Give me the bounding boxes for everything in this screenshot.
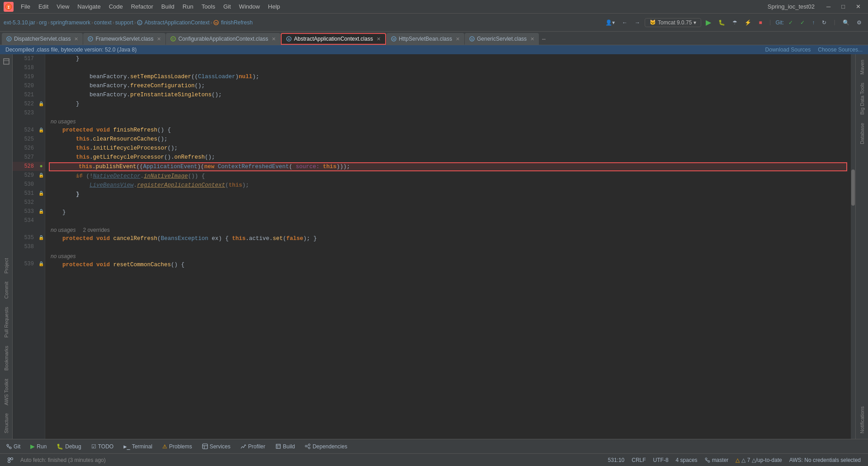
main-content: Project Commit Pull Requests Bookmarks A… <box>0 54 868 439</box>
menu-file[interactable]: File <box>17 2 34 11</box>
menu-run[interactable]: Run <box>179 2 197 11</box>
run-button[interactable]: ▶ <box>703 17 714 28</box>
svg-point-41 <box>708 461 710 462</box>
breadcrumb-framework[interactable]: springframework <box>50 19 90 26</box>
bottom-tab-debug[interactable]: 🐛 Debug <box>52 440 85 453</box>
menu-navigate[interactable]: Navigate <box>74 2 104 11</box>
status-branch[interactable]: master <box>701 454 732 466</box>
tab-generic[interactable]: G GenericServlet.class ✕ <box>465 33 539 45</box>
sidebar-label-structure[interactable]: Structure <box>3 410 10 437</box>
settings-button[interactable]: ⚙ <box>854 18 864 27</box>
meta-no-usages-1: no usages <box>49 118 847 126</box>
menu-window[interactable]: Window <box>236 2 264 11</box>
menu-edit[interactable]: Edit <box>35 2 52 11</box>
sidebar-label-bigdata[interactable]: Big Data Tools <box>859 79 866 118</box>
search-button[interactable]: 🔍 <box>840 18 852 27</box>
git-label: Git: <box>776 19 784 26</box>
coverage-button[interactable]: ☂ <box>730 18 740 27</box>
bottom-tab-terminal[interactable]: ▶_ Terminal <box>119 440 157 453</box>
right-sidebar: Maven Big Data Tools Database Notificati… <box>855 54 868 439</box>
status-position[interactable]: 531:10 <box>604 454 628 466</box>
code-content[interactable]: } beanFactory.setTempClassLoader((ClassL… <box>45 54 851 439</box>
svg-point-36 <box>8 461 10 463</box>
breadcrumb: ext-5.3.10.jar › org › springframework ›… <box>4 19 253 26</box>
line-number-gutter: 517 518 519 520 521 522🔒 523 524🔒 525 52… <box>13 54 45 439</box>
tab-dispatcher[interactable]: D DispatcherServlet.class ✕ <box>2 33 83 45</box>
close-abstract[interactable]: ✕ <box>377 36 381 42</box>
terminal-icon: ▶_ <box>123 443 130 450</box>
run-config-dropdown[interactable]: 🐱 Tomcat 9.0.75 ▾ <box>645 18 701 27</box>
tab-httpservlet[interactable]: H HttpServletBean.class ✕ <box>387 33 464 45</box>
close-framework[interactable]: ✕ <box>157 36 161 42</box>
bottom-tab-profiler[interactable]: Profiler <box>236 440 270 453</box>
tab-framework[interactable]: F FrameworkServlet.class ✕ <box>83 33 165 45</box>
breadcrumb-context[interactable]: context <box>94 19 112 26</box>
window-maximize[interactable]: □ <box>838 2 849 11</box>
tab-abstract[interactable]: A AbstractApplicationContext.class ✕ <box>281 33 386 45</box>
git-check2-button[interactable]: ✓ <box>797 18 807 27</box>
menu-git[interactable]: Git <box>220 2 235 11</box>
window-close[interactable]: ✕ <box>852 2 864 11</box>
menu-tools[interactable]: Tools <box>198 2 219 11</box>
menu-bar: I File Edit View Navigate Code Refactor … <box>0 0 868 14</box>
code-editor[interactable]: 517 518 519 520 521 522🔒 523 524🔒 525 52… <box>13 54 855 439</box>
bottom-tab-dependencies[interactable]: Dependencies <box>300 440 352 453</box>
code-line-533: } <box>49 208 847 217</box>
bottom-tab-git[interactable]: Git <box>2 440 25 453</box>
vertical-scrollbar[interactable] <box>851 54 855 439</box>
download-sources-link[interactable]: Download Sources <box>765 47 811 53</box>
bottom-tab-run[interactable]: ▶ Run <box>26 440 51 453</box>
breadcrumb-jar[interactable]: ext-5.3.10.jar <box>4 19 35 26</box>
breadcrumb-method[interactable]: m finishRefresh <box>213 19 253 26</box>
close-httpservlet[interactable]: ✕ <box>456 36 460 42</box>
menu-build[interactable]: Build <box>158 2 178 11</box>
breadcrumb-org[interactable]: org <box>39 19 47 26</box>
status-git-icon[interactable] <box>4 454 17 466</box>
status-indent[interactable]: 4 spaces <box>672 454 701 466</box>
bottom-tab-build[interactable]: Build <box>271 440 300 453</box>
status-warnings[interactable]: △ △ 7 △/up-to-date <box>732 454 785 466</box>
git-update-button[interactable]: ↻ <box>819 18 829 27</box>
profile-button[interactable]: 👤▾ <box>603 18 618 27</box>
close-dispatcher[interactable]: ✕ <box>74 36 78 42</box>
git-push-button[interactable]: ↑ <box>809 18 817 27</box>
git-check-button[interactable]: ✓ <box>786 18 796 27</box>
sidebar-label-notifications[interactable]: Notifications <box>859 403 866 437</box>
close-configurable[interactable]: ✕ <box>272 36 276 42</box>
sidebar-label-database[interactable]: Database <box>859 119 866 148</box>
status-encoding[interactable]: UTF-8 <box>650 454 672 466</box>
menu-view[interactable]: View <box>53 2 73 11</box>
sidebar-label-pullrequests[interactable]: Pull Requests <box>3 303 10 341</box>
code-line-534 <box>49 217 847 226</box>
sidebar-label-project[interactable]: Project <box>3 254 10 277</box>
forward-button[interactable]: → <box>632 18 643 27</box>
status-line-ending[interactable]: CRLF <box>628 454 649 466</box>
sidebar-label-maven[interactable]: Maven <box>859 56 866 78</box>
debug-button[interactable]: 🐛 <box>716 18 728 27</box>
code-line-538 <box>49 243 847 252</box>
git-status-icon <box>7 457 13 463</box>
status-aws[interactable]: AWS: No credentials selected <box>786 454 864 466</box>
svg-line-34 <box>307 446 308 448</box>
window-minimize[interactable]: ─ <box>823 2 834 11</box>
breadcrumb-support[interactable]: support <box>115 19 133 26</box>
sidebar-label-bookmarks[interactable]: Bookmarks <box>3 342 10 374</box>
tab-configurable[interactable]: C ConfigurableApplicationContext.class ✕ <box>166 33 280 45</box>
bottom-tab-services[interactable]: Services <box>198 440 235 453</box>
more-tabs[interactable]: ⋯ <box>539 34 548 45</box>
code-line-519: beanFactory.setTempClassLoader((ClassLoa… <box>49 72 847 81</box>
sidebar-label-aws[interactable]: AWS Toolkit <box>3 375 10 409</box>
menu-help[interactable]: Help <box>264 2 284 11</box>
bottom-tab-problems[interactable]: ⚠ Problems <box>158 440 197 453</box>
choose-sources-link[interactable]: Choose Sources... <box>818 47 863 53</box>
menu-refactor[interactable]: Refactor <box>127 2 157 11</box>
breadcrumb-class[interactable]: C AbstractApplicationContext <box>137 19 210 26</box>
close-generic[interactable]: ✕ <box>530 36 534 42</box>
sidebar-label-commit[interactable]: Commit <box>3 278 10 302</box>
back-button[interactable]: ← <box>619 18 630 27</box>
sidebar-project-icon[interactable] <box>1 56 12 67</box>
bottom-tab-todo[interactable]: ☑ TODO <box>87 440 118 453</box>
stop-button[interactable]: ■ <box>756 18 764 27</box>
menu-code[interactable]: Code <box>105 2 127 11</box>
profile-run-button[interactable]: ⚡ <box>742 18 754 27</box>
